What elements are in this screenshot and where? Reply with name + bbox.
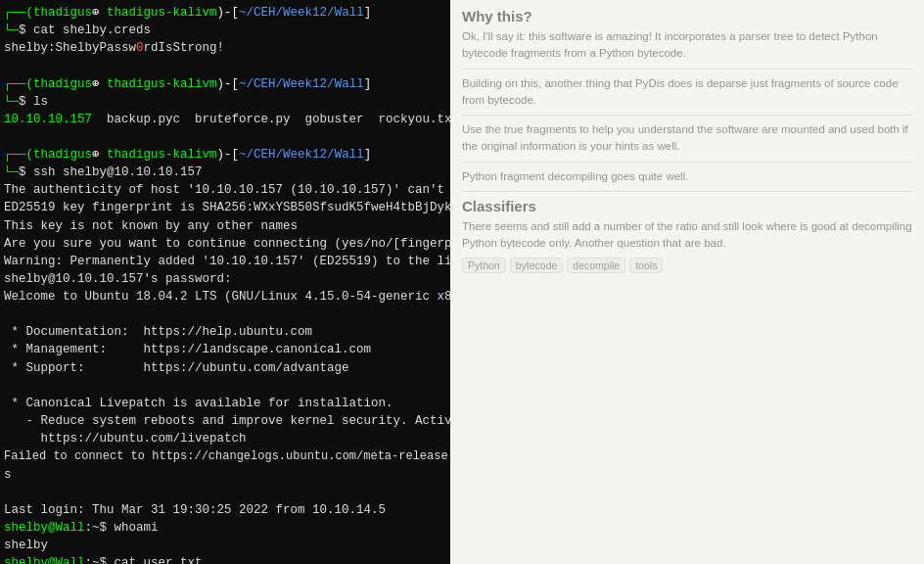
- ssh-password-prompt: shelby@10.10.10.157's password:: [0, 270, 450, 288]
- divider: [462, 69, 912, 70]
- cmd-ls: ls: [33, 95, 48, 109]
- livepatch-desc: - Reduce system reboots and improve kern…: [0, 412, 450, 430]
- section-text-1: Ok, I'll say it: this software is amazin…: [462, 28, 912, 63]
- livepatch-url: https://ubuntu.com/livepatch: [0, 430, 450, 447]
- section-title-classifiers: Classifiers: [462, 198, 912, 214]
- terminal-line: ┌──(thadigus⊕ thadigus-kalivm)-[~/CEH/We…: [0, 75, 450, 93]
- cmd-ssh: ssh shelby@10.10.10.157: [33, 165, 203, 179]
- shelby-prompt-cat: shelby@Wall:~$ cat user.txt: [0, 554, 450, 564]
- tag-python: Python: [462, 258, 506, 273]
- welcome-msg: Welcome to Ubuntu 18.04.2 LTS (GNU/Linux…: [0, 288, 450, 306]
- output-shelby-creds: shelby:ShelbyPassw0rdIsStrong!: [0, 39, 450, 57]
- terminal-line: └─$ cat shelby.creds: [0, 22, 450, 39]
- prompt-user: thadigus: [33, 6, 92, 20]
- last-login: Last login: Thu Mar 31 19:30:25 2022 fro…: [0, 501, 450, 519]
- ssh-output-2: ED25519 key fingerprint is SHA256:WXxYSB…: [0, 199, 450, 216]
- ssh-output-4: Are you sure you want to continue connec…: [0, 235, 450, 253]
- tag-row: Python bytecode decompile tools: [462, 258, 912, 273]
- section-title-why: Why this?: [462, 8, 912, 24]
- failed-connect-s: s: [0, 466, 450, 484]
- right-panel: Why this? Ok, I'll say it: this software…: [450, 0, 924, 564]
- prompt-arrow: ┌──(: [4, 6, 33, 20]
- shelby-prompt-whoami: shelby@Wall:~$ whoami: [0, 519, 450, 537]
- output-ls: 10.10.10.157 backup.pyc bruteforce.py go…: [0, 111, 450, 128]
- terminal-line: ┌──(thadigus⊕ thadigus-kalivm)-[~/CEH/We…: [0, 146, 450, 164]
- livepatch-line: * Canonical Livepatch is available for i…: [0, 395, 450, 412]
- terminal-line: └─$ ssh shelby@10.10.10.157: [0, 164, 450, 181]
- section-text-2: Building on this, another thing that PyD…: [462, 75, 912, 110]
- prompt-path: ~/CEH/Week12/Wall: [239, 6, 364, 20]
- prompt-host: thadigus-kalivm: [107, 6, 217, 20]
- tag-bytecode: bytecode: [510, 258, 564, 273]
- terminal-line: ┌──(thadigus⊕ thadigus-kalivm)-[~/CEH/We…: [0, 4, 450, 22]
- cmd-cat-shelby: cat shelby.creds: [33, 24, 151, 37]
- terminal-panel: ┌──(thadigus⊕ thadigus-kalivm)-[~/CEH/We…: [0, 0, 450, 564]
- doc-line: * Documentation: https://help.ubuntu.com: [0, 323, 450, 341]
- section-text-5: There seems and still add a number of th…: [462, 218, 912, 253]
- tag-decompile: decompile: [567, 258, 625, 273]
- ssh-output-1: The authenticity of host '10.10.10.157 (…: [0, 181, 450, 199]
- divider: [462, 115, 912, 116]
- tag-tools: tools: [629, 258, 663, 273]
- ssh-output-3: This key is not known by any other names: [0, 217, 450, 235]
- ssh-output-5: Warning: Permanently added '10.10.10.157…: [0, 253, 450, 270]
- output-whoami: shelby: [0, 537, 450, 554]
- divider: [462, 191, 912, 192]
- section-text-4: Python fragment decompiling goes quite w…: [462, 168, 912, 185]
- right-content: Why this? Ok, I'll say it: this software…: [462, 8, 912, 273]
- support-line: * Support: https://ubuntu.com/advantage: [0, 359, 450, 377]
- mgmt-line: * Management: https://landscape.canonica…: [0, 341, 450, 358]
- divider: [462, 162, 912, 163]
- failed-connect: Failed to connect to https://changelogs.…: [0, 447, 450, 465]
- section-text-3: Use the true fragments to help you under…: [462, 121, 912, 156]
- terminal-line: └─$ ls: [0, 93, 450, 111]
